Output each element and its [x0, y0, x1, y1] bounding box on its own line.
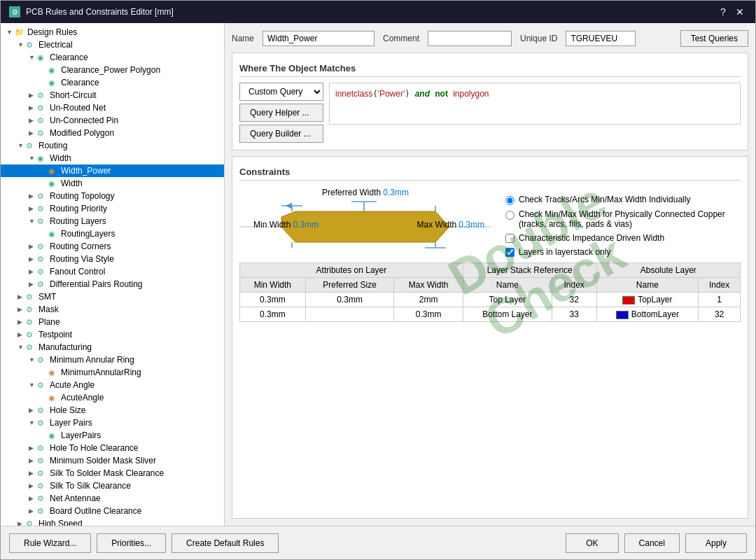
tree-item[interactable]: ◉Width	[1, 177, 224, 190]
tree-item[interactable]: ▼⚙Manufacturing	[1, 341, 224, 354]
attributes-table: Attributes on Layer Layer Stack Referenc…	[239, 262, 741, 322]
checkbox-layers[interactable]	[505, 248, 514, 257]
tree-item[interactable]: ◉Width_Power	[1, 164, 224, 177]
ok-button[interactable]: OK	[566, 533, 618, 553]
close-button[interactable]: ✕	[733, 5, 747, 19]
tree-item[interactable]: ◉RoutingLayers	[1, 227, 224, 240]
tree-item-label: Hole To Hole Clearance	[50, 443, 139, 453]
query-builder-button[interactable]: Query Builder ...	[239, 125, 323, 143]
tree-item[interactable]: ▶⚙Fanout Control	[1, 265, 224, 278]
tree-item-label: Testpoint	[38, 330, 72, 340]
tree-item[interactable]: ▶⚙Modified Polygon	[1, 127, 224, 139]
main-window: ⚙ PCB Rules and Constraints Editor [mm] …	[0, 0, 756, 560]
tree-item[interactable]: ▼⚙Layer Pairs	[1, 416, 224, 429]
tree-item[interactable]: ▶⚙Un-Connected Pin	[1, 114, 224, 127]
tree-item[interactable]: ▼⚙Electrical	[1, 38, 224, 51]
radio-connected-label: Check Min/Max Width for Physically Conne…	[519, 209, 725, 229]
tree-item[interactable]: ◉MinimumAnnularRing	[1, 366, 224, 379]
tree-item[interactable]: ▶⚙Minimum Solder Mask Sliver	[1, 454, 224, 467]
test-queries-button[interactable]: Test Queries	[680, 30, 748, 47]
tree-item[interactable]: ▶⚙High Speed	[1, 517, 224, 526]
tree-item[interactable]: ◉Clearance_Power Polygon	[1, 64, 224, 76]
tree-item-label: Routing	[38, 141, 67, 150]
tree-item-label: Minimum Solder Mask Sliver	[50, 456, 156, 465]
tree-item[interactable]: ▶⚙SMT	[1, 290, 224, 303]
tree-item[interactable]: ▶⚙Hole To Hole Clearance	[1, 442, 224, 454]
query-keyword-and: and	[415, 89, 430, 99]
tree-item[interactable]: ▼◉Width	[1, 152, 224, 164]
tree-panel: ▼📁Design Rules▼⚙Electrical▼◉Clearance◉Cl…	[1, 23, 225, 526]
priorities-button[interactable]: Priorities...	[97, 533, 166, 553]
query-helper-button[interactable]: Query Helper ...	[239, 104, 323, 122]
tree-item[interactable]: ▶⚙Differential Pairs Routing	[1, 278, 224, 290]
tree-item-label: Routing Corners	[50, 241, 111, 251]
checkbox-impedance[interactable]	[505, 234, 514, 243]
checkbox-layers-group[interactable]: Layers in layerstack only	[505, 247, 741, 257]
checkbox-impedance-group[interactable]: Characteristic Impedance Driven Width	[505, 233, 741, 243]
tree-item[interactable]: ▶⚙Silk To Silk Clearance	[1, 479, 224, 492]
table-row[interactable]: 0.3mm 0.3mm Bottom Layer 33 BottomLayer …	[240, 307, 741, 322]
cancel-button[interactable]: Cancel	[624, 533, 680, 553]
radio-connected[interactable]: Check Min/Max Width for Physically Conne…	[505, 209, 741, 229]
table-row[interactable]: 0.3mm 0.3mm 2mm Top Layer 32 TopLayer 1	[240, 293, 741, 307]
checkbox-layers-label: Layers in layerstack only	[519, 247, 610, 257]
tree-item[interactable]: ▶⚙Net Antennae	[1, 492, 224, 505]
uid-label: Unique ID	[520, 34, 557, 43]
tree-item[interactable]: ▶⚙Plane	[1, 316, 224, 328]
tree-item[interactable]: ▼⚙Minimum Annular Ring	[1, 354, 224, 366]
tree-item[interactable]: ▶⚙Routing Priority	[1, 202, 224, 215]
comment-input[interactable]	[428, 31, 512, 46]
tree-item[interactable]: ▶⚙Routing Corners	[1, 240, 224, 253]
rule-wizard-button[interactable]: Rule Wizard...	[9, 533, 91, 553]
col-abs-index: Index	[699, 278, 741, 293]
radio-individual-label: Check Tracks/Arcs Min/Max Width Individu…	[519, 195, 690, 204]
tree-item[interactable]: ▶⚙Silk To Solder Mask Clearance	[1, 467, 224, 479]
tree-item[interactable]: ◉Clearance	[1, 76, 224, 89]
query-type-dropdown[interactable]: Custom Query	[239, 83, 323, 101]
tree-item[interactable]: ▶⚙Hole Size	[1, 404, 224, 416]
tree-item[interactable]: ▶⚙Short-Circuit	[1, 89, 224, 102]
tree-item[interactable]: ▶⚙Routing Topology	[1, 190, 224, 202]
col-index: Index	[552, 278, 596, 293]
tree-item[interactable]: ▼⚙Routing Layers	[1, 215, 224, 227]
name-input[interactable]	[262, 31, 374, 46]
tree-item[interactable]: ▶⚙Un-Routed Net	[1, 102, 224, 114]
tree-item-label: Width_Power	[61, 166, 111, 176]
tree-item[interactable]: ◉LayerPairs	[1, 429, 224, 442]
preferred-width-value: 0.3mm	[383, 188, 409, 197]
tree-scroll[interactable]: ▼📁Design Rules▼⚙Electrical▼◉Clearance◉Cl…	[1, 23, 224, 526]
tree-item-label: Acute Angle	[50, 380, 94, 390]
tree-item[interactable]: ▼⚙Acute Angle	[1, 379, 224, 391]
tree-item[interactable]: ▼📁Design Rules	[1, 26, 224, 38]
constraints-section: Constraints Preferred Width 0.3mm	[232, 156, 748, 519]
preferred-width-label: Preferred Width	[322, 188, 381, 197]
radio-individual[interactable]: Check Tracks/Arcs Min/Max Width Individu…	[505, 195, 741, 205]
query-editor[interactable]: innetclass('Power') and not inpolygon	[329, 83, 741, 125]
tree-item[interactable]: ▶⚙Testpoint	[1, 328, 224, 341]
uid-input[interactable]	[566, 31, 636, 46]
cell-max-width: 0.3mm	[394, 307, 463, 322]
tree-item[interactable]: ▶⚙Routing Via Style	[1, 253, 224, 265]
tree-item-label: Design Rules	[27, 27, 77, 37]
where-title: Where The Object Matches	[239, 60, 741, 77]
tree-item[interactable]: ◉AcuteAngle	[1, 391, 224, 404]
tree-item[interactable]: ▶⚙Mask	[1, 303, 224, 316]
tree-item[interactable]: ▼◉Clearance	[1, 51, 224, 64]
min-width-value: 0.3mm	[293, 220, 318, 230]
apply-button[interactable]: Apply	[685, 533, 747, 553]
constraints-options: Check Tracks/Arcs Min/Max Width Individu…	[505, 188, 741, 257]
cell-pref-size	[305, 307, 394, 322]
radio-individual-input[interactable]	[505, 196, 514, 205]
tree-item[interactable]: ▼⚙Routing	[1, 139, 224, 152]
tree-item-label: Board Outline Clearance	[50, 506, 141, 516]
cell-abs-name: BottomLayer	[596, 307, 699, 322]
help-button[interactable]: ?	[716, 5, 730, 19]
tree-item[interactable]: ▶⚙Board Outline Clearance	[1, 505, 224, 517]
max-width-value: 0.3mm	[458, 220, 484, 230]
create-default-rules-button[interactable]: Create Default Rules	[172, 533, 279, 553]
comment-label: Comment	[383, 34, 419, 43]
tree-item-label: Modified Polygon	[50, 128, 114, 138]
query-keyword-innetclass: innetclass	[335, 89, 372, 99]
radio-connected-input[interactable]	[505, 211, 514, 220]
col-max-width: Max Width	[394, 278, 463, 293]
